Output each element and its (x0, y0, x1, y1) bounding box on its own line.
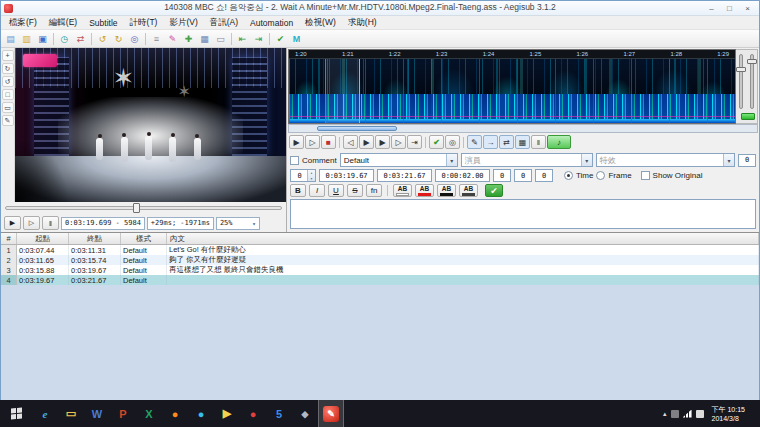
find-replace-icon[interactable]: ◎ (127, 31, 142, 46)
automation-icon[interactable]: M (289, 31, 304, 46)
audio-volume-slider[interactable] (750, 54, 754, 109)
video-play-line-button[interactable]: ▷ (23, 216, 40, 230)
video-seek-slider[interactable] (5, 206, 282, 210)
outline-color-button[interactable]: AB (437, 184, 456, 197)
vector-clip-tool-icon[interactable]: ✎ (2, 115, 14, 126)
karaoke-mode-toggle[interactable]: ♪ (547, 135, 571, 149)
commit-changes-button[interactable]: ✔ (429, 135, 444, 149)
actor-combo[interactable]: 演員▾ (461, 153, 593, 167)
spin-down-icon[interactable]: ▾ (308, 176, 315, 182)
potplayer-icon[interactable]: ▶ (214, 400, 240, 427)
properties-icon[interactable]: ≡ (149, 31, 164, 46)
tray-caret-icon[interactable]: ▴ (663, 410, 667, 418)
kmplayer-icon[interactable]: ◆ (292, 400, 318, 427)
duration-field[interactable]: 0:00:02.00 (435, 169, 490, 182)
commit-button[interactable]: ✔ (485, 184, 503, 197)
margin-left-field[interactable]: 0 (493, 169, 511, 182)
menu-automation[interactable]: Automation (244, 18, 299, 28)
menu-subtitle[interactable]: Subtitle (83, 18, 123, 28)
rotate-z-tool-icon[interactable]: ↻ (2, 63, 14, 74)
attachments-icon[interactable]: ✚ (181, 31, 196, 46)
menu-timing[interactable]: 計時(T) (124, 17, 164, 29)
subtitle-row-selected[interactable]: 4 0:03:19.67 0:03:21.67 Default (1, 275, 759, 285)
show-original-checkbox[interactable] (641, 171, 650, 180)
audio-selection-region[interactable] (325, 59, 361, 123)
audio-scrollbar[interactable] (288, 124, 758, 133)
margin-vertical-field[interactable]: 0 (535, 169, 553, 182)
video-display[interactable] (15, 48, 286, 202)
style-select[interactable]: Default▾ (340, 153, 458, 167)
auto-scroll-toggle[interactable]: ⇄ (499, 135, 514, 149)
taskbar-clock[interactable]: 下午 10:15 2014/3/8 (708, 405, 749, 423)
rotate-xy-tool-icon[interactable]: ↺ (2, 76, 14, 87)
jump-to-time-icon[interactable]: ◷ (57, 31, 72, 46)
effect-combo[interactable]: 特效▾ (596, 153, 735, 167)
play-to-end-button[interactable]: ⇥ (407, 135, 422, 149)
snap-start-to-video-icon[interactable]: ⇤ (235, 31, 250, 46)
play-before-selection-button[interactable]: ◁ (343, 135, 358, 149)
word-icon[interactable]: W (84, 400, 110, 427)
font-button[interactable]: fn (366, 184, 382, 197)
audio-scrollbar-thumb[interactable] (317, 126, 397, 131)
subtitle-row[interactable]: 3 0:03:15.88 0:03:19.67 Default 再這樣想了又想 … (1, 265, 759, 275)
menu-edit[interactable]: 編輯(E) (43, 17, 83, 29)
go-to-selection-button[interactable]: ◎ (445, 135, 460, 149)
frame-radio[interactable] (596, 171, 605, 180)
spectrum-mode-toggle[interactable]: ▦ (515, 135, 530, 149)
scale-tool-icon[interactable]: □ (2, 89, 14, 100)
firefox-icon[interactable]: ● (162, 400, 188, 427)
auto-commit-toggle[interactable]: ✎ (467, 135, 482, 149)
play-line-button[interactable]: ▷ (305, 135, 320, 149)
select-lines-icon[interactable]: ▦ (197, 31, 212, 46)
qq-icon[interactable]: ● (188, 400, 214, 427)
menu-video[interactable]: 影片(V) (163, 17, 203, 29)
start-time-field[interactable]: 0:03:19.67 (319, 169, 374, 182)
play-after-selection-button[interactable]: ▷ (391, 135, 406, 149)
play-last-500ms-button[interactable]: ▶ (375, 135, 390, 149)
open-subtitles-icon[interactable]: ▥ (19, 31, 34, 46)
audio-spectrogram[interactable] (289, 59, 735, 123)
file-explorer-icon[interactable]: ▭ (58, 400, 84, 427)
audio-vertical-zoom-slider[interactable] (739, 54, 743, 109)
close-button[interactable]: × (739, 2, 756, 14)
video-zoom-select[interactable]: 25%▾ (216, 217, 260, 230)
shadow-color-button[interactable]: AB (459, 184, 478, 197)
subtitle-text-input[interactable] (290, 199, 756, 229)
menu-audio[interactable]: 音訊(A) (204, 17, 244, 29)
stop-button[interactable]: ■ (321, 135, 336, 149)
rect-clip-tool-icon[interactable]: ▭ (2, 102, 14, 113)
subtitle-row[interactable]: 1 0:03:07.44 0:03:11.31 Default Let's Go… (1, 245, 759, 255)
shift-times-icon[interactable]: ⇄ (73, 31, 88, 46)
end-time-field[interactable]: 0:03:21.67 (377, 169, 432, 182)
maximize-button[interactable]: □ (721, 2, 738, 14)
subtitle-row[interactable]: 2 0:03:11.65 0:03:15.74 Default 夠了 你又有什麼… (1, 255, 759, 265)
zoom-slider-thumb[interactable] (736, 67, 746, 72)
new-subtitles-icon[interactable]: ▤ (3, 31, 18, 46)
start-button[interactable] (0, 400, 32, 427)
title-bar[interactable]: 140308 MBC 쇼! 음악중심 - 2. Wait A Minute+Mr… (1, 1, 759, 16)
ie-icon[interactable]: e (32, 400, 58, 427)
video-seek-thumb[interactable] (133, 203, 140, 213)
media-player-icon[interactable]: ● (240, 400, 266, 427)
browser-icon[interactable]: 5 (266, 400, 292, 427)
redo-icon[interactable]: ↻ (111, 31, 126, 46)
volume-slider-thumb[interactable] (747, 59, 757, 64)
aegisub-taskbar-button[interactable]: ✎ (318, 400, 344, 427)
save-subtitles-icon[interactable]: ▣ (35, 31, 50, 46)
bold-button[interactable]: B (290, 184, 306, 197)
video-pause-button[interactable]: ‖ (42, 216, 59, 230)
excel-icon[interactable]: X (136, 400, 162, 427)
margin-right-field[interactable]: 0 (514, 169, 532, 182)
auto-next-line-toggle[interactable]: → (483, 135, 498, 149)
video-play-button[interactable]: ▶ (4, 216, 21, 230)
minimize-button[interactable]: – (703, 2, 720, 14)
drag-tool-icon[interactable]: + (2, 50, 14, 61)
powerpoint-icon[interactable]: P (110, 400, 136, 427)
spell-checker-icon[interactable]: ✔ (273, 31, 288, 46)
menu-view[interactable]: 檢視(W) (299, 17, 342, 29)
underline-button[interactable]: U (328, 184, 344, 197)
strikeout-button[interactable]: S (347, 184, 363, 197)
styles-manager-icon[interactable]: ✎ (165, 31, 180, 46)
time-radio[interactable] (564, 171, 573, 180)
menu-file[interactable]: 檔案(F) (3, 17, 43, 29)
